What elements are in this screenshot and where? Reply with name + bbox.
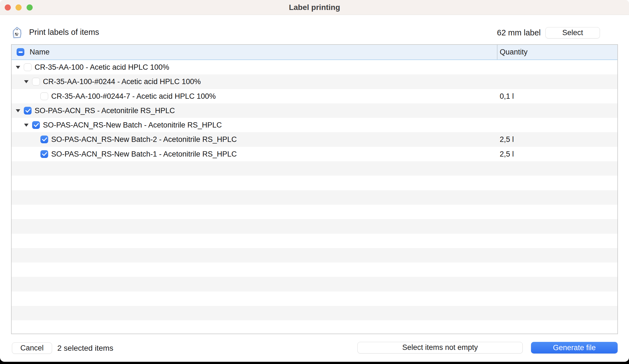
table-row[interactable]: SO-PAS-ACN_RS-New Batch-1 - Acetonitrile… xyxy=(12,147,617,161)
label-size-value: 62 mm label xyxy=(497,28,541,37)
label-qr-house-icon xyxy=(12,26,23,40)
column-header-name[interactable]: Name xyxy=(30,45,50,59)
row-checkbox[interactable] xyxy=(40,136,48,143)
table-row-empty xyxy=(12,234,617,248)
label-printing-window: Label printing Print labels of items 62 … xyxy=(0,0,629,362)
table-row[interactable]: CR-35-AA-100-#0244-7 - Acetic acid HPLC … xyxy=(12,89,617,103)
table-header: Name Quantity xyxy=(12,45,617,60)
table-row-empty xyxy=(12,320,617,335)
column-header-quantity[interactable]: Quantity xyxy=(500,45,528,59)
table-row[interactable]: CR-35-AA-100-#0244 - Acetic acid HPLC 10… xyxy=(12,74,617,89)
table-row-empty xyxy=(12,262,617,277)
item-quantity: 2,5 l xyxy=(500,147,514,161)
selected-count-label: 2 selected items xyxy=(57,344,113,353)
page-title: Print labels of items xyxy=(29,28,99,37)
table-row-empty xyxy=(12,190,617,205)
select-all-checkbox[interactable] xyxy=(17,48,24,56)
row-checkbox[interactable] xyxy=(24,63,32,71)
disclosure-triangle-icon[interactable] xyxy=(16,66,20,69)
row-checkbox[interactable] xyxy=(40,150,48,158)
item-name: CR-35-AA-100 - Acetic acid HPLC 100% xyxy=(35,60,169,74)
item-name: CR-35-AA-100-#0244 - Acetic acid HPLC 10… xyxy=(43,74,201,89)
column-divider[interactable] xyxy=(497,45,497,59)
item-name: SO-PAS-ACN_RS - Acetonitrile RS_HPLC xyxy=(35,103,175,118)
generate-file-button[interactable]: Generate file xyxy=(531,342,618,353)
row-checkbox[interactable] xyxy=(40,92,48,100)
items-table: Name Quantity CR-35-AA-100 - Acetic acid… xyxy=(11,44,618,334)
table-row[interactable]: SO-PAS-ACN_RS - Acetonitrile RS_HPLC xyxy=(12,103,617,118)
table-row-empty xyxy=(12,176,617,190)
table-row-empty xyxy=(12,292,617,306)
table-row[interactable]: SO-PAS-ACN_RS-New Batch - Acetonitrile R… xyxy=(12,118,617,132)
item-quantity: 2,5 l xyxy=(500,132,514,147)
table-row-empty xyxy=(12,205,617,219)
row-checkbox[interactable] xyxy=(32,121,40,129)
item-name: SO-PAS-ACN_RS-New Batch - Acetonitrile R… xyxy=(43,118,222,132)
item-quantity: 0,1 l xyxy=(500,89,514,103)
table-row[interactable]: CR-35-AA-100 - Acetic acid HPLC 100% xyxy=(12,60,617,74)
select-items-not-empty-button[interactable]: Select items not empty xyxy=(357,342,523,353)
item-name: CR-35-AA-100-#0244-7 - Acetic acid HPLC … xyxy=(51,89,216,103)
disclosure-triangle-icon[interactable] xyxy=(16,109,20,112)
table-row-empty xyxy=(12,161,617,176)
table-row[interactable]: SO-PAS-ACN_RS-New Batch-2 - Acetonitrile… xyxy=(12,132,617,147)
select-label-button[interactable]: Select xyxy=(545,27,600,38)
window-title: Label printing xyxy=(0,0,629,15)
item-name: SO-PAS-ACN_RS-New Batch-1 - Acetonitrile… xyxy=(51,147,237,161)
cancel-button[interactable]: Cancel xyxy=(12,342,52,354)
disclosure-triangle-icon[interactable] xyxy=(24,124,29,127)
table-row-empty xyxy=(12,219,617,233)
row-checkbox[interactable] xyxy=(24,107,32,115)
disclosure-triangle-icon[interactable] xyxy=(24,80,29,83)
row-checkbox[interactable] xyxy=(32,78,40,85)
table-row-empty xyxy=(12,248,617,262)
table-row-empty xyxy=(12,277,617,291)
titlebar: Label printing xyxy=(0,0,629,15)
table-row-empty xyxy=(12,306,617,320)
item-name: SO-PAS-ACN_RS-New Batch-2 - Acetonitrile… xyxy=(51,132,237,147)
table-body: CR-35-AA-100 - Acetic acid HPLC 100%CR-3… xyxy=(12,60,617,335)
